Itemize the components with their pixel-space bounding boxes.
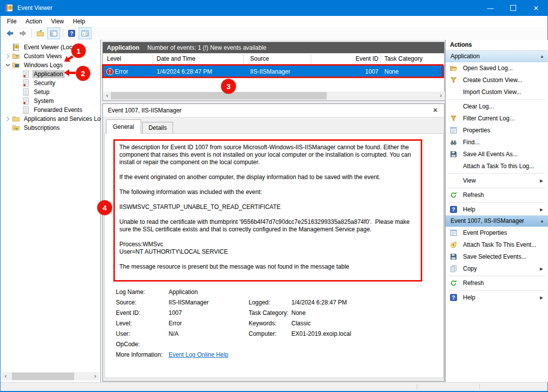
event-row-selected[interactable]: Error 1/4/2024 6:28:47 PM IIS-IISManager… [103,65,444,78]
action-create-custom-view[interactable]: Create Custom View... [446,74,548,86]
cell-date-time: 1/4/2024 6:28:47 PM [157,68,212,75]
action-filter-current-log[interactable]: Filter Current Log... [446,112,548,124]
cell-task-category: None [384,68,399,75]
actions-section-application[interactable]: Application ▲ [446,51,548,62]
tree-item-subscriptions[interactable]: Subscriptions [1,123,100,132]
description-paragraph: Unable to read the certificate with thum… [119,218,422,233]
action-clear-log[interactable]: Clear Log... [446,100,548,112]
collapse-icon[interactable]: ▲ [540,219,544,223]
copy-icon [450,265,458,273]
tab-details[interactable]: Details [142,122,174,133]
task-icon [450,241,458,249]
actions-separator [449,188,545,188]
action-refresh-event[interactable]: Refresh [446,277,548,289]
chevron-right-icon[interactable] [4,116,12,121]
back-icon[interactable] [4,28,16,39]
blank-icon [450,88,458,96]
tree-item-application[interactable]: Application [1,70,100,79]
column-header-source[interactable]: Source [250,55,269,62]
tree-item-label: Application [32,70,65,78]
actions-separator [449,290,545,291]
action-find[interactable]: Find... [446,136,548,148]
menu-file[interactable]: File [2,16,21,26]
chevron-down-icon[interactable] [4,63,12,68]
scroll-left-icon[interactable]: ‹ [2,372,9,381]
events-list-header: Application Number of events: 1 (!) New … [103,42,444,53]
column-header-level[interactable]: Level [107,55,121,62]
help-icon[interactable]: ? [66,28,78,39]
log-icon [22,70,30,78]
cell-level: Error [115,68,128,75]
scroll-left-icon[interactable]: ‹ [103,92,111,100]
action-event-properties[interactable]: Event Properties [446,227,548,239]
field-value: Application [169,289,249,295]
action-copy[interactable]: Copy ▶ [446,263,548,275]
scrollbar-thumb[interactable] [111,92,327,99]
action-help[interactable]: ? Help ▶ [446,203,548,215]
log-plain-icon [22,88,30,96]
tree-item-event-viewer-local[interactable]: Event Viewer (Local) [1,43,100,52]
collapse-icon[interactable]: ▲ [540,54,544,59]
tree-item-windows-logs[interactable]: Windows Logs [1,61,100,70]
action-save-selected-events[interactable]: Save Selected Events... [446,251,548,263]
column-header-event-id[interactable]: Event ID [311,55,378,62]
column-header-date-time[interactable]: Date and Time [157,55,195,62]
column-header-task-category[interactable]: Task Category [384,55,423,62]
log-icon [22,79,30,87]
scrollbar-thumb[interactable] [12,373,74,380]
event-viewer-icon [12,43,20,51]
field-value [169,341,249,347]
action-properties[interactable]: Properties [446,124,548,136]
maximize-button[interactable] [502,0,525,16]
menu-view[interactable]: View [47,16,69,26]
show-console-tree-icon[interactable] [47,27,60,39]
scroll-right-icon[interactable]: › [91,372,99,381]
action-view[interactable]: View ▶ [446,175,548,187]
menu-action[interactable]: Action [21,16,46,26]
close-detail-icon[interactable]: ✕ [433,106,438,114]
action-help-event[interactable]: ? Help ▶ [446,292,548,303]
action-import-custom-view[interactable]: Import Custom View... [446,86,548,98]
tree-item-setup[interactable]: Setup [1,88,100,97]
action-open-saved-log[interactable]: Open Saved Log... [446,62,548,74]
close-button[interactable]: ✕ [525,0,548,16]
tree-item-label: Subscriptions [22,124,61,132]
field-value: None [291,309,351,316]
field-value: 1007 [169,309,249,316]
event-log-online-help-link[interactable]: Event Log Online Help [169,351,228,358]
scroll-right-icon[interactable]: › [437,92,445,100]
tree-item-security[interactable]: Security [1,79,100,88]
chevron-right-icon[interactable] [4,54,12,59]
description-paragraph: The message resource is present but the … [119,263,422,271]
tree-item-forwarded-events[interactable]: Forwarded Events [1,105,100,114]
menubar: File Action View Help [0,16,548,27]
action-refresh[interactable]: Refresh [446,189,548,201]
svg-text:?: ? [70,30,73,36]
event-fields: Log Name: Application Source: IIS-IISMan… [116,289,351,358]
menu-help[interactable]: Help [69,16,90,26]
actions-section-event[interactable]: Event 1007, IIS-IISManager ▲ [446,215,548,227]
tree-item-applications-and-services-logs[interactable]: Applications and Services Lo [1,114,100,123]
event-viewer-app-icon [5,4,13,12]
save-icon [450,150,458,158]
action-attach-task-to-event[interactable]: Attach Task To This Event... [446,239,548,251]
minimize-button[interactable]: — [479,0,502,16]
section-header-label: Application [451,53,540,60]
field-label: Event ID: [116,309,169,316]
tab-general[interactable]: General [106,119,141,134]
export-log-icon[interactable] [34,28,46,39]
folder-icon [12,115,20,123]
events-horizontal-scrollbar[interactable]: ‹ › [103,92,445,100]
tree-item-system[interactable]: System [1,97,100,105]
tree-horizontal-scrollbar[interactable]: ‹ › [2,372,99,381]
forward-icon[interactable] [17,28,29,39]
action-attach-task-to-log[interactable]: Attach a Task To this Log... [446,160,548,172]
folder-logs-icon [12,61,20,69]
cell-event-id: 1007 [311,68,378,75]
console-tree-panel: Event Viewer (Local) Custom Views Window… [1,40,101,382]
action-save-all-events-as[interactable]: Save All Events As... [446,148,548,160]
field-label: Keywords: [249,320,291,326]
tree-item-custom-views[interactable]: Custom Views [1,52,100,61]
show-action-pane-icon[interactable] [79,27,91,39]
blank-icon [450,162,458,170]
